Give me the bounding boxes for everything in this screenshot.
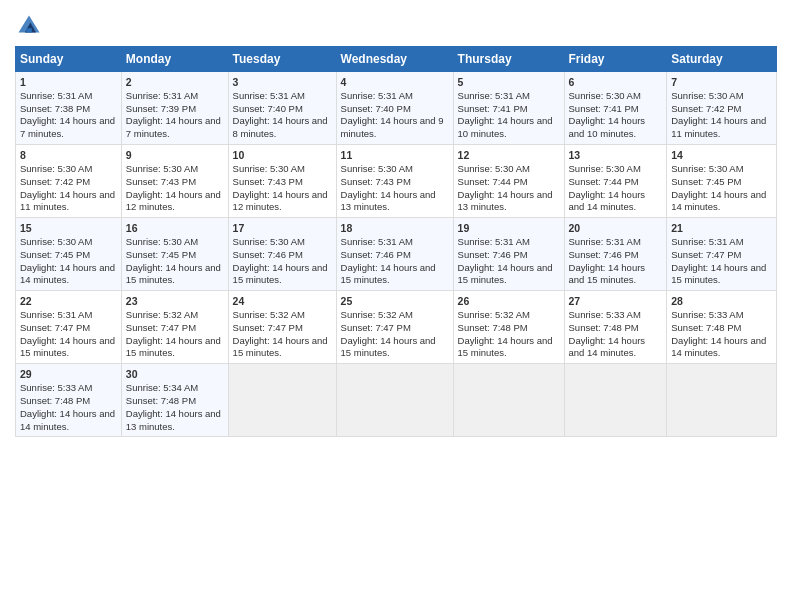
col-header-monday: Monday — [121, 47, 228, 72]
table-row: 18Sunrise: 5:31 AMSunset: 7:46 PMDayligh… — [336, 218, 453, 291]
table-row: 21Sunrise: 5:31 AMSunset: 7:47 PMDayligh… — [667, 218, 777, 291]
day-number: 18 — [341, 222, 353, 234]
table-row — [564, 364, 667, 437]
day-number: 29 — [20, 368, 32, 380]
week-row-3: 15Sunrise: 5:30 AMSunset: 7:45 PMDayligh… — [16, 218, 777, 291]
table-row: 3Sunrise: 5:31 AMSunset: 7:40 PMDaylight… — [228, 72, 336, 145]
day-number: 2 — [126, 76, 132, 88]
table-row: 25Sunrise: 5:32 AMSunset: 7:47 PMDayligh… — [336, 291, 453, 364]
table-row: 4Sunrise: 5:31 AMSunset: 7:40 PMDaylight… — [336, 72, 453, 145]
table-row: 1Sunrise: 5:31 AMSunset: 7:38 PMDaylight… — [16, 72, 122, 145]
day-number: 28 — [671, 295, 683, 307]
table-row: 2Sunrise: 5:31 AMSunset: 7:39 PMDaylight… — [121, 72, 228, 145]
table-row — [453, 364, 564, 437]
col-header-saturday: Saturday — [667, 47, 777, 72]
table-row: 28Sunrise: 5:33 AMSunset: 7:48 PMDayligh… — [667, 291, 777, 364]
table-row: 30Sunrise: 5:34 AMSunset: 7:48 PMDayligh… — [121, 364, 228, 437]
col-header-wednesday: Wednesday — [336, 47, 453, 72]
table-row — [336, 364, 453, 437]
day-number: 27 — [569, 295, 581, 307]
day-number: 21 — [671, 222, 683, 234]
day-number: 16 — [126, 222, 138, 234]
day-number: 15 — [20, 222, 32, 234]
table-row — [667, 364, 777, 437]
day-number: 30 — [126, 368, 138, 380]
day-number: 12 — [458, 149, 470, 161]
table-row: 29Sunrise: 5:33 AMSunset: 7:48 PMDayligh… — [16, 364, 122, 437]
week-row-4: 22Sunrise: 5:31 AMSunset: 7:47 PMDayligh… — [16, 291, 777, 364]
table-row: 26Sunrise: 5:32 AMSunset: 7:48 PMDayligh… — [453, 291, 564, 364]
week-row-2: 8Sunrise: 5:30 AMSunset: 7:42 PMDaylight… — [16, 145, 777, 218]
day-number: 26 — [458, 295, 470, 307]
day-number: 1 — [20, 76, 26, 88]
day-number: 5 — [458, 76, 464, 88]
table-row: 7Sunrise: 5:30 AMSunset: 7:42 PMDaylight… — [667, 72, 777, 145]
day-number: 25 — [341, 295, 353, 307]
table-row: 15Sunrise: 5:30 AMSunset: 7:45 PMDayligh… — [16, 218, 122, 291]
table-row: 23Sunrise: 5:32 AMSunset: 7:47 PMDayligh… — [121, 291, 228, 364]
day-number: 7 — [671, 76, 677, 88]
day-number: 23 — [126, 295, 138, 307]
table-row: 5Sunrise: 5:31 AMSunset: 7:41 PMDaylight… — [453, 72, 564, 145]
table-row: 24Sunrise: 5:32 AMSunset: 7:47 PMDayligh… — [228, 291, 336, 364]
col-header-friday: Friday — [564, 47, 667, 72]
day-number: 20 — [569, 222, 581, 234]
table-row: 12Sunrise: 5:30 AMSunset: 7:44 PMDayligh… — [453, 145, 564, 218]
table-row: 16Sunrise: 5:30 AMSunset: 7:45 PMDayligh… — [121, 218, 228, 291]
table-row: 11Sunrise: 5:30 AMSunset: 7:43 PMDayligh… — [336, 145, 453, 218]
col-header-sunday: Sunday — [16, 47, 122, 72]
logo — [15, 10, 47, 38]
table-row: 9Sunrise: 5:30 AMSunset: 7:43 PMDaylight… — [121, 145, 228, 218]
day-number: 24 — [233, 295, 245, 307]
svg-rect-2 — [26, 28, 32, 32]
table-row: 20Sunrise: 5:31 AMSunset: 7:46 PMDayligh… — [564, 218, 667, 291]
header-row: SundayMondayTuesdayWednesdayThursdayFrid… — [16, 47, 777, 72]
table-row: 8Sunrise: 5:30 AMSunset: 7:42 PMDaylight… — [16, 145, 122, 218]
table-row: 10Sunrise: 5:30 AMSunset: 7:43 PMDayligh… — [228, 145, 336, 218]
day-number: 3 — [233, 76, 239, 88]
day-number: 4 — [341, 76, 347, 88]
day-number: 10 — [233, 149, 245, 161]
table-row: 6Sunrise: 5:30 AMSunset: 7:41 PMDaylight… — [564, 72, 667, 145]
table-row: 14Sunrise: 5:30 AMSunset: 7:45 PMDayligh… — [667, 145, 777, 218]
table-row: 19Sunrise: 5:31 AMSunset: 7:46 PMDayligh… — [453, 218, 564, 291]
day-number: 11 — [341, 149, 353, 161]
table-row: 13Sunrise: 5:30 AMSunset: 7:44 PMDayligh… — [564, 145, 667, 218]
week-row-5: 29Sunrise: 5:33 AMSunset: 7:48 PMDayligh… — [16, 364, 777, 437]
table-row: 22Sunrise: 5:31 AMSunset: 7:47 PMDayligh… — [16, 291, 122, 364]
week-row-1: 1Sunrise: 5:31 AMSunset: 7:38 PMDaylight… — [16, 72, 777, 145]
col-header-tuesday: Tuesday — [228, 47, 336, 72]
day-number: 22 — [20, 295, 32, 307]
header — [15, 10, 777, 38]
day-number: 9 — [126, 149, 132, 161]
day-number: 6 — [569, 76, 575, 88]
day-number: 13 — [569, 149, 581, 161]
calendar-table: SundayMondayTuesdayWednesdayThursdayFrid… — [15, 46, 777, 437]
day-number: 14 — [671, 149, 683, 161]
table-row: 27Sunrise: 5:33 AMSunset: 7:48 PMDayligh… — [564, 291, 667, 364]
day-number: 17 — [233, 222, 245, 234]
col-header-thursday: Thursday — [453, 47, 564, 72]
page: SundayMondayTuesdayWednesdayThursdayFrid… — [0, 0, 792, 612]
table-row — [228, 364, 336, 437]
logo-icon — [15, 10, 43, 38]
table-row: 17Sunrise: 5:30 AMSunset: 7:46 PMDayligh… — [228, 218, 336, 291]
day-number: 8 — [20, 149, 26, 161]
day-number: 19 — [458, 222, 470, 234]
